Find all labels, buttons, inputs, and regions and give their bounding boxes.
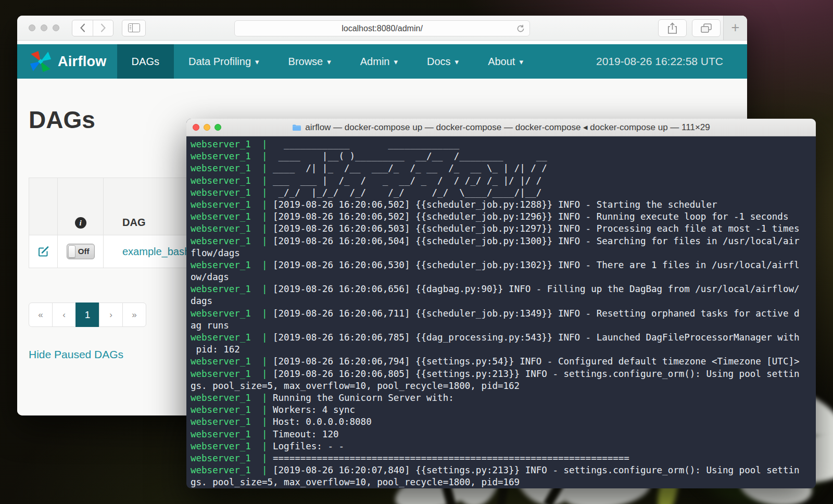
terminal-log-line: webserver_1 | Workers: 4 sync xyxy=(191,404,816,416)
log-text: _/_/ |_/_/ /_/ /_/ /_/ \____/____/|__/ xyxy=(273,187,541,198)
chevron-down-icon: ▾ xyxy=(519,57,523,67)
terminal-log-line: webserver_1 | Running the Gunicorn Serve… xyxy=(191,392,816,404)
terminal-log-line: dags xyxy=(191,295,816,307)
log-text: [2019-08-26 16:20:06,530] {{scheduler_jo… xyxy=(273,260,799,270)
log-text: [2019-08-26 16:20:06,656] {{dagbag.py:90… xyxy=(273,284,799,294)
log-text: flow/dags xyxy=(191,248,240,258)
container-name-prefix: webserver_1 | xyxy=(191,356,273,367)
cell-edit xyxy=(29,235,58,268)
nav-item-admin[interactable]: Admin▾ xyxy=(346,44,412,79)
container-name-prefix: webserver_1 | xyxy=(191,417,273,427)
utc-clock: 2019-08-26 16:22:58 UTC xyxy=(596,44,747,79)
hide-paused-link[interactable]: Hide Paused DAGs xyxy=(29,348,123,361)
pause-toggle[interactable]: Off xyxy=(67,244,95,259)
terminal-log-line: webserver_1 | [2019-08-26 16:20:06,504] … xyxy=(191,235,816,247)
zoom-button[interactable] xyxy=(214,124,221,131)
dag-column-header: DAG xyxy=(122,217,145,229)
sidebar-icon xyxy=(128,23,140,32)
chevron-left-icon xyxy=(80,23,85,32)
terminal-log-line: webserver_1 | ____ /| |_ /__ ___/_ /_ __… xyxy=(191,162,816,174)
container-name-prefix: webserver_1 | xyxy=(191,453,273,463)
tab-overview-button[interactable] xyxy=(692,19,721,37)
chevron-down-icon: ▾ xyxy=(327,57,331,67)
page-title: DAGs xyxy=(29,106,95,134)
terminal-log-line: webserver_1 | [2019-08-26 16:20:06,711] … xyxy=(191,308,816,320)
browser-toolbar: localhost:8080/admin/ + xyxy=(17,16,747,41)
terminal-log-line: webserver_1 | ==========================… xyxy=(191,452,816,464)
container-name-prefix: webserver_1 | xyxy=(191,139,273,149)
close-button[interactable] xyxy=(29,24,35,31)
forward-button[interactable] xyxy=(93,20,113,36)
new-tab-button[interactable]: + xyxy=(723,16,747,40)
reload-icon xyxy=(516,24,525,33)
page-button-current[interactable]: 1 xyxy=(75,303,99,327)
nav-item-dags[interactable]: DAGs xyxy=(117,44,174,79)
container-name-prefix: webserver_1 | xyxy=(191,465,273,475)
page-top-gap xyxy=(17,41,747,44)
close-button[interactable] xyxy=(193,124,199,131)
terminal-log-line: webserver_1 | Host: 0.0.0.0:8080 xyxy=(191,416,816,428)
terminal-log-line: webserver_1 | [2019-08-26 16:20:06,530] … xyxy=(191,259,816,271)
page-button[interactable]: « xyxy=(29,303,53,327)
nav-item-browse[interactable]: Browse▾ xyxy=(274,44,346,79)
log-text: [2019-08-26 16:20:06,503] {{scheduler_jo… xyxy=(273,223,799,234)
terminal-log-line: webserver_1 | _/_/ |_/_/ /_/ /_/ /_/ \__… xyxy=(191,187,816,199)
chevron-right-icon xyxy=(100,23,106,32)
log-text: ____ |__( )_________ __/__ /________ __ xyxy=(273,151,547,161)
page-button[interactable]: ‹ xyxy=(52,303,76,327)
terminal-log-line: pid: 162 xyxy=(191,344,816,356)
nav-item-label: Browse xyxy=(288,56,323,68)
log-text: ____________ _____________ xyxy=(273,139,459,149)
chevron-down-icon: ▾ xyxy=(394,57,398,67)
container-name-prefix: webserver_1 | xyxy=(191,260,273,270)
terminal-log-line: flow/dags xyxy=(191,247,816,259)
container-name-prefix: webserver_1 | xyxy=(191,223,273,234)
terminal-log-line: webserver_1 | [2019-08-26 16:20:06,785] … xyxy=(191,332,816,344)
share-button[interactable] xyxy=(658,19,687,37)
terminal-log-line: webserver_1 | ____ |__( )_________ __/__… xyxy=(191,150,816,162)
navbar-items: DAGsData Profiling▾Browse▾Admin▾Docs▾Abo… xyxy=(117,44,596,79)
log-text: Host: 0.0.0.0:8080 xyxy=(273,417,372,427)
page-button[interactable]: › xyxy=(99,303,123,327)
sidebar-toggle-button[interactable] xyxy=(122,20,146,36)
terminal-log-line: webserver_1 | [2019-08-26 16:20:06,502] … xyxy=(191,211,816,223)
log-text: [2019-08-26 16:20:07,840] {{settings.py:… xyxy=(273,465,799,475)
window-controls xyxy=(29,24,59,31)
nav-item-label: Admin xyxy=(360,56,390,68)
container-name-prefix: webserver_1 | xyxy=(191,187,273,198)
nav-item-data-profiling[interactable]: Data Profiling▾ xyxy=(174,44,274,79)
header-cell-info: i xyxy=(58,178,104,235)
zoom-button[interactable] xyxy=(53,24,59,31)
log-text: [2019-08-26 16:20:06,785] {{dag_processi… xyxy=(273,332,799,343)
log-text: [2019-08-26 16:20:06,794] {{settings.py:… xyxy=(273,356,799,367)
edit-dag-icon[interactable] xyxy=(37,246,49,258)
container-name-prefix: webserver_1 | xyxy=(191,332,273,343)
minimize-button[interactable] xyxy=(41,24,47,31)
chevron-down-icon: ▾ xyxy=(255,57,259,67)
history-nav-buttons xyxy=(72,20,113,36)
chevron-down-icon: ▾ xyxy=(455,57,459,67)
page-button[interactable]: » xyxy=(122,303,146,327)
terminal-log-line: gs. pool_size=5, max_overflow=10, pool_r… xyxy=(191,380,816,392)
nav-item-label: About xyxy=(488,56,515,68)
log-text: Logfiles: - - xyxy=(273,441,344,451)
back-button[interactable] xyxy=(72,20,93,36)
address-bar[interactable]: localhost:8080/admin/ xyxy=(234,20,530,36)
pagination: «‹1›» xyxy=(29,303,146,327)
container-name-prefix: webserver_1 | xyxy=(191,441,273,451)
container-name-prefix: webserver_1 | xyxy=(191,151,273,161)
terminal-log-line: gs. pool_size=5, max_overflow=10, pool_r… xyxy=(191,476,816,488)
header-cell-actions xyxy=(29,178,58,235)
nav-item-docs[interactable]: Docs▾ xyxy=(412,44,473,79)
terminal-log-line: webserver_1 | [2019-08-26 16:20:06,503] … xyxy=(191,223,816,235)
reload-button[interactable] xyxy=(516,24,525,35)
terminal-log-line: webserver_1 | ___ ___ | /_ / _ __/ _ / /… xyxy=(191,175,816,187)
container-name-prefix: webserver_1 | xyxy=(191,199,273,210)
container-name-prefix: webserver_1 | xyxy=(191,369,273,379)
container-name-prefix: webserver_1 | xyxy=(191,236,273,246)
minimize-button[interactable] xyxy=(204,124,210,131)
log-text: [2019-08-26 16:20:06,711] {{scheduler_jo… xyxy=(273,308,799,319)
container-name-prefix: webserver_1 | xyxy=(191,284,273,294)
nav-item-about[interactable]: About▾ xyxy=(473,44,538,79)
airflow-brand[interactable]: Airflow xyxy=(17,44,117,79)
